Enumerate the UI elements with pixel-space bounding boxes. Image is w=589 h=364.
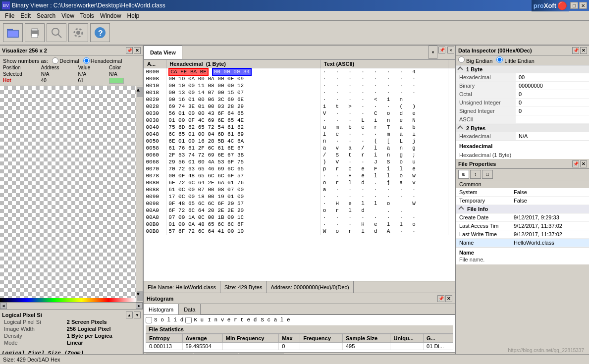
menu-window[interactable]: Window [97, 11, 124, 20]
visualizer-close-button[interactable]: ✕ [134, 47, 141, 54]
main-area: Visualizer 256 x 2 📌 ✕ Show numbers as: … [0, 46, 589, 364]
h-scrollbar[interactable]: ◀ ▶ [0, 302, 143, 309]
addr-cell: 00A8 [144, 214, 166, 221]
inspector-sint-label: Signed Integer [456, 107, 516, 115]
scroll-thumb-bottom[interactable]: ▼ [137, 291, 143, 301]
decimal-option[interactable]: Decimal [52, 57, 79, 64]
stats-unique: Uniqu... [390, 334, 424, 343]
hexadecimal-radio[interactable] [83, 57, 90, 64]
h-scroll-track [7, 303, 136, 309]
maximize-button[interactable]: □ [570, 2, 578, 9]
hex-cell: 69 74 3E 01 00 03 28 29 [166, 103, 321, 110]
big-endian-radio[interactable] [458, 56, 465, 63]
data-view-tab[interactable]: Data View [144, 46, 182, 59]
data-table: A... Hexadecimal (1 Byte) Text (ASCII) 0… [144, 59, 455, 235]
file-info-bar: File Name: HelloWorld.class Size: 429 By… [144, 281, 455, 293]
hot-label: Hot [3, 78, 38, 84]
hexadecimal-option[interactable]: Hexadecimal [83, 57, 122, 64]
addr-cell: 0078 [144, 172, 166, 179]
stats-average: Average [182, 334, 222, 343]
props-temp-value: False [511, 197, 589, 205]
settings-button[interactable] [68, 23, 88, 42]
menu-search[interactable]: Search [34, 11, 58, 20]
props-tab-2[interactable]: ↕ [470, 170, 481, 179]
inspector-title: Data Inspector (00Hex/0Dec) [458, 48, 532, 53]
props-create-label: Create Date [456, 213, 511, 221]
logical-scroll-down[interactable]: ▼ [134, 312, 141, 318]
menu-file[interactable]: File [2, 11, 17, 20]
histogram-tab-histogram[interactable]: Histogram [144, 304, 179, 314]
help-button[interactable]: ? [90, 23, 110, 42]
histogram-close[interactable]: ✕ [445, 295, 452, 302]
menu-tools[interactable]: Tools [77, 11, 97, 20]
magic-bytes-highlight: CA FE BA BE [168, 68, 209, 76]
addr-cell: 0028 [144, 103, 166, 110]
inspector-desc-value: Hexadecimal (1 Byte) [456, 151, 589, 159]
histogram-tab-data[interactable]: Data [179, 304, 201, 314]
hex-cell: 61 0C 00 07 00 08 07 00 [166, 186, 321, 193]
props-write-row: Last Write Time 9/12/2017, 11:37:02 [456, 230, 589, 239]
data-view-arrow[interactable]: ▾ [428, 46, 437, 59]
close-button[interactable]: ✕ [579, 2, 587, 9]
file-props-pin[interactable]: 📌 [572, 160, 579, 167]
app-icon: BV [2, 1, 10, 9]
scroll-left-btn[interactable]: ◀ [0, 303, 7, 309]
menu-edit[interactable]: Edit [17, 11, 34, 20]
big-endian-option[interactable]: Big Endian [458, 56, 492, 64]
stats-entropy: Entropy [146, 334, 183, 343]
file-props-close[interactable]: ✕ [580, 160, 587, 167]
status-size: Size: 429 Dec/1AD Hex [3, 357, 60, 363]
props-tab-1[interactable]: ⊞ [458, 170, 469, 179]
svg-rect-2 [8, 31, 18, 37]
inspector-octal-value: 0 [516, 90, 589, 98]
open-button[interactable] [3, 23, 23, 42]
decimal-radio[interactable] [52, 57, 58, 64]
visualizer-scrollbar[interactable]: ▲ ▼ [136, 86, 143, 302]
file-props-title: File Properties [458, 161, 496, 167]
table-row: 0000CA FE BA BE 00 00 00 34· · · · · · ·… [144, 68, 455, 76]
stats-g: G... [424, 334, 453, 343]
visualizer-header: Visualizer 256 x 2 📌 ✕ [0, 46, 143, 55]
data-view-close[interactable]: ✕ [447, 47, 454, 53]
props-fileinfo-header[interactable]: File Info [456, 205, 589, 213]
inspector-1byte-header[interactable]: 1 Byte [456, 65, 589, 73]
addr-cell: 00B0 [144, 221, 166, 228]
inspector-2byte-header[interactable]: 2 Bytes [456, 124, 589, 132]
data-scroll-area[interactable]: A... Hexadecimal (1 Byte) Text (ASCII) 0… [144, 59, 455, 281]
table-row: 000800 1D 0A 00 0A 00 0F 09· · · · · · ·… [144, 75, 455, 82]
print-button[interactable] [25, 23, 45, 42]
stats-max: Max [279, 334, 300, 343]
center-panel: Data View ▾ 📌 ✕ A... Hexadecimal (1 Byte… [144, 46, 455, 364]
position-label: Position [3, 65, 38, 70]
hex-cell: 00 0F 48 65 6C 6C 6F 57 [166, 172, 321, 179]
scroll-thumb-top[interactable]: ▲ [137, 87, 143, 97]
little-endian-label: Little Endian [504, 58, 535, 64]
menu-view[interactable]: View [58, 11, 77, 20]
logical-scroll-up[interactable]: ▲ [126, 312, 133, 318]
stats-minfreq: Min Frequency [222, 334, 278, 343]
data-table-body: 0000CA FE BA BE 00 00 00 34· · · · · · ·… [144, 68, 455, 235]
little-endian-radio[interactable] [496, 56, 503, 63]
addr-cell: 0058 [144, 145, 166, 152]
solid-checkbox[interactable] [146, 317, 152, 323]
hex-cell: 6C 65 01 00 04 6D 61 69 [166, 131, 321, 138]
little-endian-option[interactable]: Little Endian [496, 56, 535, 64]
histogram-pin[interactable]: 📌 [437, 295, 444, 302]
data-view-tab-spacer [182, 46, 428, 59]
text-cell: o r l d . . [321, 207, 448, 214]
logical-label-1: Logical Pixel Si [2, 318, 65, 325]
hex-cell: 2F 53 74 72 69 6E 67 3B [166, 152, 321, 158]
titlebar-left: BV Binary Viewer : C:\Users\worker\Deskt… [2, 1, 165, 9]
visualizer-pin-button[interactable]: 📌 [126, 47, 133, 54]
menu-help[interactable]: Help [124, 11, 143, 20]
inspector-close[interactable]: ✕ [580, 47, 587, 54]
hex-cell: 61 76 61 2F 6C 61 6E 67 [166, 145, 321, 152]
inspector-pin[interactable]: 📌 [572, 47, 579, 54]
data-view-pin[interactable]: 📌 [438, 47, 445, 53]
search-button[interactable] [47, 23, 66, 42]
inspector-1byte-chevron [457, 66, 463, 72]
props-tab-3[interactable]: □ [482, 170, 493, 179]
text-cell: · · · · · · · · [321, 75, 448, 82]
ku-checkbox[interactable] [185, 317, 192, 323]
scroll-right-btn[interactable]: ▶ [136, 303, 143, 309]
